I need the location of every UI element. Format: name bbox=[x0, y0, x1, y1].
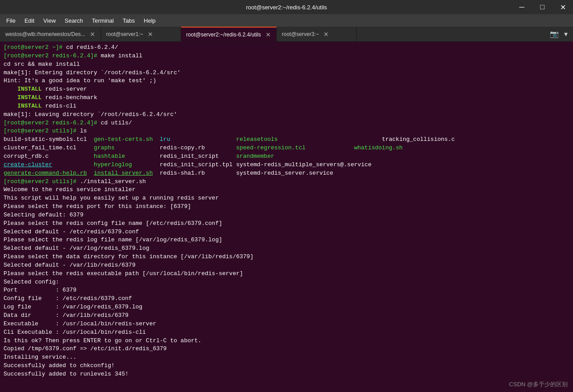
tab-dropdown-button[interactable]: ▾ bbox=[562, 29, 569, 39]
title-bar: root@server2:~/redis-6.2.4/utils ─ □ ✕ bbox=[0, 0, 573, 14]
menu-search[interactable]: Search bbox=[60, 16, 87, 25]
tabs-bar: westos@wlb:/home/westos/Des... ✕ root@se… bbox=[0, 27, 573, 42]
menu-help[interactable]: Help bbox=[139, 16, 160, 25]
tab-2-label: root@server1:~ bbox=[106, 31, 143, 37]
menu-bar: File Edit View Search Terminal Tabs Help bbox=[0, 14, 573, 27]
tab-4[interactable]: root@server3:~ ✕ bbox=[277, 27, 357, 41]
tab-2[interactable]: root@server1:~ ✕ bbox=[101, 27, 181, 41]
tab-1[interactable]: westos@wlb:/home/westos/Des... ✕ bbox=[0, 27, 101, 41]
window-title: root@server2:~/redis-6.2.4/utils bbox=[246, 4, 327, 11]
menu-tabs[interactable]: Tabs bbox=[118, 16, 139, 25]
tab-3-label: root@server2:~/redis-6.2.4/utils bbox=[186, 32, 261, 38]
close-button[interactable]: ✕ bbox=[553, 0, 573, 14]
watermark: CSDN @多于少的区别 bbox=[509, 380, 568, 388]
tabs-right-controls: 📷 ▾ bbox=[548, 27, 573, 41]
menu-terminal[interactable]: Terminal bbox=[88, 16, 118, 25]
terminal-output[interactable]: [root@server2 ~]# cd redis-6.2.4/ [root@… bbox=[0, 42, 573, 392]
menu-edit[interactable]: Edit bbox=[20, 16, 39, 25]
tab-2-close[interactable]: ✕ bbox=[148, 31, 153, 38]
tab-4-close[interactable]: ✕ bbox=[323, 31, 329, 38]
menu-file[interactable]: File bbox=[2, 16, 20, 25]
new-tab-button[interactable]: 📷 bbox=[548, 29, 561, 39]
maximize-button[interactable]: □ bbox=[532, 0, 553, 14]
tab-3-close[interactable]: ✕ bbox=[266, 31, 271, 38]
tab-1-label: westos@wlb:/home/westos/Des... bbox=[5, 31, 85, 37]
menu-view[interactable]: View bbox=[39, 16, 60, 25]
tab-3[interactable]: root@server2:~/redis-6.2.4/utils ✕ bbox=[181, 27, 277, 41]
window-controls: ─ □ ✕ bbox=[512, 0, 573, 14]
tab-1-close[interactable]: ✕ bbox=[90, 31, 95, 38]
minimize-button[interactable]: ─ bbox=[512, 0, 532, 14]
tab-4-label: root@server3:~ bbox=[282, 31, 319, 37]
